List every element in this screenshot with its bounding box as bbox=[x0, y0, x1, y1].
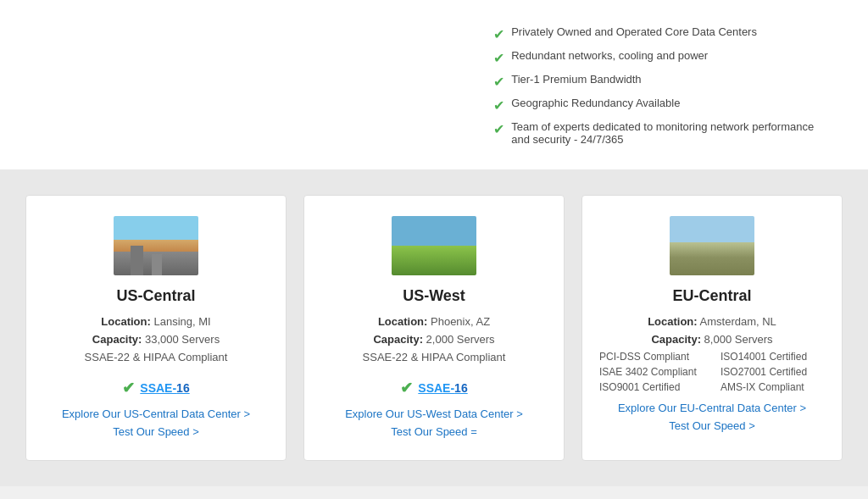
explore-link-us-west[interactable]: Explore Our US-West Data Center > bbox=[345, 408, 523, 420]
top-section: ✔Privately Owned and Operated Core Data … bbox=[0, 0, 868, 169]
feature-text: Team of experts dedicated to monitoring … bbox=[511, 120, 834, 146]
card-location-eu-central: Location: Amsterdam, NL bbox=[648, 315, 776, 328]
feature-list: ✔Privately Owned and Operated Core Data … bbox=[493, 25, 834, 146]
ssae-check-icon: ✔ bbox=[400, 379, 413, 397]
feature-item: ✔Redundant networks, cooling and power bbox=[493, 49, 834, 66]
feature-item: ✔Geographic Redundancy Available bbox=[493, 97, 834, 114]
card-capacity-us-central: Capacity: 33,000 Servers bbox=[92, 333, 220, 346]
cards-section: US-CentralLocation: Lansing, MICapacity:… bbox=[0, 169, 868, 486]
card-capacity-eu-central: Capacity: 8,000 Servers bbox=[651, 333, 772, 346]
eu-compliance-grid: PCI-DSS CompliantISO14001 CertifiedISAE … bbox=[599, 351, 825, 393]
card-title-eu-central: EU-Central bbox=[672, 287, 751, 305]
check-icon: ✔ bbox=[493, 74, 504, 90]
explore-link-us-central[interactable]: Explore Our US-Central Data Center > bbox=[62, 408, 250, 420]
check-icon: ✔ bbox=[493, 97, 504, 114]
card-image-eu-central bbox=[670, 216, 754, 275]
eu-compliance-item: ISO27001 Certified bbox=[721, 366, 825, 378]
check-icon: ✔ bbox=[493, 50, 504, 66]
top-left bbox=[34, 25, 442, 152]
card-image-us-west bbox=[392, 216, 476, 275]
check-icon: ✔ bbox=[493, 121, 504, 137]
feature-item: ✔Team of experts dedicated to monitoring… bbox=[493, 120, 834, 146]
card-title-us-west: US-West bbox=[403, 287, 465, 305]
ssae-number: 16 bbox=[176, 381, 190, 395]
ssae-number: 16 bbox=[454, 381, 468, 395]
eu-compliance-item: PCI-DSS Compliant bbox=[599, 351, 704, 363]
check-icon: ✔ bbox=[493, 26, 504, 42]
ssae-badge-us-central: ✔ SSAE-16 bbox=[122, 379, 189, 397]
page-wrapper: ✔Privately Owned and Operated Core Data … bbox=[0, 0, 868, 486]
eu-compliance-item: AMS-IX Compliant bbox=[721, 381, 825, 393]
card-location-us-west: Location: Phoenix, AZ bbox=[378, 315, 490, 328]
card-eu-central: EU-CentralLocation: Amsterdam, NLCapacit… bbox=[581, 195, 843, 461]
feature-text: Redundant networks, cooling and power bbox=[511, 49, 708, 62]
card-title-us-central: US-Central bbox=[116, 287, 195, 305]
feature-item: ✔Tier-1 Premium Bandwidth bbox=[493, 73, 834, 90]
feature-text: Privately Owned and Operated Core Data C… bbox=[511, 25, 757, 38]
speed-link-eu-central[interactable]: Test Our Speed > bbox=[669, 419, 755, 432]
card-us-central: US-CentralLocation: Lansing, MICapacity:… bbox=[25, 195, 287, 461]
card-compliance-us-central: SSAE-22 & HIPAA Compliant bbox=[85, 351, 228, 363]
speed-link-us-west[interactable]: Test Our Speed = bbox=[391, 425, 477, 438]
top-right: ✔Privately Owned and Operated Core Data … bbox=[476, 25, 834, 152]
card-image-us-central bbox=[114, 216, 198, 275]
card-capacity-us-west: Capacity: 2,000 Servers bbox=[373, 333, 494, 346]
feature-text: Tier-1 Premium Bandwidth bbox=[511, 73, 641, 86]
card-location-us-central: Location: Lansing, MI bbox=[101, 315, 210, 328]
ssae-label: SSAE-16 bbox=[140, 381, 189, 395]
card-compliance-us-west: SSAE-22 & HIPAA Compliant bbox=[363, 351, 506, 363]
explore-link-eu-central[interactable]: Explore Our EU-Central Data Center > bbox=[618, 402, 806, 414]
eu-compliance-item: ISO14001 Certified bbox=[721, 351, 825, 363]
eu-compliance-item: ISO9001 Certified bbox=[599, 381, 704, 393]
feature-text: Geographic Redundancy Available bbox=[511, 97, 680, 109]
ssae-label: SSAE-16 bbox=[418, 381, 467, 395]
feature-item: ✔Privately Owned and Operated Core Data … bbox=[493, 25, 834, 42]
eu-compliance-item: ISAE 3402 Compliant bbox=[599, 366, 704, 378]
ssae-check-icon: ✔ bbox=[122, 379, 135, 397]
card-us-west: US-WestLocation: Phoenix, AZCapacity: 2,… bbox=[303, 195, 565, 461]
speed-link-us-central[interactable]: Test Our Speed > bbox=[113, 425, 199, 438]
ssae-badge-us-west: ✔ SSAE-16 bbox=[400, 379, 467, 397]
